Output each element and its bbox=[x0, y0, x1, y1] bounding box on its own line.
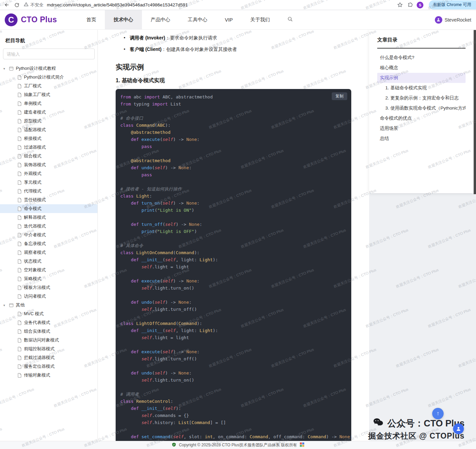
folder-icon bbox=[9, 66, 13, 71]
sidebar-item-备忘录模式[interactable]: 备忘录模式 bbox=[0, 239, 97, 248]
code-line: self.light = light bbox=[120, 334, 348, 341]
nav-item-技术中心[interactable]: 技术中心 bbox=[105, 10, 142, 30]
nav-item-关于我们[interactable]: 关于我们 bbox=[241, 10, 278, 30]
bullet-term: 调用者 (Invoker) bbox=[130, 35, 165, 40]
sidebar-item-抽象工厂模式[interactable]: 抽象工厂模式 bbox=[0, 90, 97, 99]
extensions-puzzle-icon[interactable] bbox=[407, 2, 413, 8]
back-icon[interactable] bbox=[3, 2, 10, 8]
doc-icon bbox=[18, 329, 22, 334]
nav-item-VIP[interactable]: VIP bbox=[216, 10, 241, 30]
sidebar-item-策略模式[interactable]: 策略模式 bbox=[0, 274, 97, 283]
header-search[interactable] bbox=[287, 16, 293, 23]
doc-icon bbox=[18, 347, 22, 351]
browser-address-bar: 不安全 mdrsec.com/#/ctoplus_article/54b853e… bbox=[0, 0, 476, 10]
sidebar-item-数据访问对象模式[interactable]: 数据访问对象模式 bbox=[0, 336, 97, 345]
sidebar-item-业务代表模式[interactable]: 业务代表模式 bbox=[0, 318, 97, 327]
sidebar-item-MVC 模式[interactable]: MVC 模式 bbox=[0, 309, 97, 318]
sidebar-item-迭代器模式[interactable]: 迭代器模式 bbox=[0, 222, 97, 231]
sidebar-item-传输对象模式[interactable]: 传输对象模式 bbox=[0, 371, 97, 380]
bookmark-star-icon[interactable] bbox=[396, 2, 403, 8]
sidebar-item-命令模式[interactable]: 命令模式 bbox=[0, 204, 97, 213]
scroll-to-top-button[interactable]: ↑ bbox=[432, 408, 444, 419]
sidebar-item-组合实体模式[interactable]: 组合实体模式 bbox=[0, 327, 97, 336]
toc-item[interactable]: 1. 基础命令模式实现 bbox=[377, 83, 466, 93]
doc-icon bbox=[18, 215, 22, 220]
code-line bbox=[120, 362, 348, 369]
code-line: from typing import List bbox=[120, 100, 348, 108]
sidebar-item-单例模式[interactable]: 单例模式 bbox=[0, 99, 97, 108]
sidebar-item-解释器模式[interactable]: 解释器模式 bbox=[0, 213, 97, 222]
code-line: def undo(self) -> None: bbox=[120, 369, 348, 377]
sidebar-item-label: 备忘录模式 bbox=[24, 241, 46, 247]
sidebar-item-过滤器模式[interactable]: 过滤器模式 bbox=[0, 143, 97, 152]
user-menu[interactable]: SteveRocket bbox=[435, 16, 471, 24]
nav-item-首页[interactable]: 首页 bbox=[78, 10, 105, 30]
code-line: class LightOffCommand(Command): bbox=[120, 320, 348, 327]
doc-icon bbox=[18, 277, 22, 281]
nav-item-产品中心[interactable]: 产品中心 bbox=[142, 10, 179, 30]
sidebar-item-空对象模式[interactable]: 空对象模式 bbox=[0, 266, 97, 274]
code-line: self.history: List[Command] = [] bbox=[120, 419, 348, 426]
sidebar-item-责任链模式[interactable]: 责任链模式 bbox=[0, 196, 97, 204]
nav-item-工具中心[interactable]: 工具中心 bbox=[179, 10, 216, 30]
sidebar-item-中介者模式[interactable]: 中介者模式 bbox=[0, 231, 97, 239]
sidebar: 栏目导航 ▾Python设计模式教程Python设计模式简介工厂模式抽象工厂模式… bbox=[0, 30, 98, 441]
browser-profile-avatar[interactable]: S bbox=[417, 2, 423, 8]
sidebar-item-享元模式[interactable]: 享元模式 bbox=[0, 178, 97, 187]
sidebar-item-状态模式[interactable]: 状态模式 bbox=[0, 257, 97, 266]
toc-item[interactable]: 实现示例 bbox=[377, 73, 466, 83]
sidebar-item-原型模式[interactable]: 原型模式 bbox=[0, 117, 97, 125]
sidebar-item-组合模式[interactable]: 组合模式 bbox=[0, 152, 97, 160]
code-block: 复制 from abc import ABC, abstractmethodfr… bbox=[116, 89, 351, 441]
sidebar-item-外观模式[interactable]: 外观模式 bbox=[0, 169, 97, 178]
cto-plus-logo: C bbox=[5, 13, 18, 26]
code-line bbox=[120, 270, 348, 277]
sidebar-folder-其他[interactable]: ▾其他 bbox=[0, 301, 97, 309]
url-text[interactable]: mdrsec.com/#/ctoplus_article/54b853e3945… bbox=[47, 2, 393, 7]
sidebar-item-建造者模式[interactable]: 建造者模式 bbox=[0, 108, 97, 117]
sidebar-item-Python设计模式简介[interactable]: Python设计模式简介 bbox=[0, 73, 97, 82]
code-line: def execute(self) -> None: bbox=[120, 277, 348, 285]
toc-item[interactable]: 适用场景 bbox=[377, 123, 466, 133]
toc-item[interactable]: 什么是命令模式? bbox=[377, 53, 466, 63]
sidebar-search bbox=[3, 49, 94, 59]
user-name: SteveRocket bbox=[445, 17, 471, 23]
doc-icon bbox=[18, 207, 22, 211]
code-line bbox=[120, 235, 348, 242]
sidebar-item-访问者模式[interactable]: 访问者模式 bbox=[0, 292, 97, 301]
doc-icon bbox=[18, 224, 22, 229]
code-lines: from abc import ABC, abstractmethodfrom … bbox=[120, 93, 348, 441]
sidebar-item-装饰器模式[interactable]: 装饰器模式 bbox=[0, 160, 97, 169]
toc-item[interactable]: 2. 更复杂的示例：支持宏命令和日志 bbox=[377, 93, 466, 103]
sidebar-item-前端控制器模式[interactable]: 前端控制器模式 bbox=[0, 345, 97, 353]
sidebar-folder-Python设计模式教程[interactable]: ▾Python设计模式教程 bbox=[0, 64, 97, 73]
sidebar-item-服务定位器模式[interactable]: 服务定位器模式 bbox=[0, 362, 97, 371]
toc-item[interactable]: 3. 使用函数实现命令模式（Pythonic方式） bbox=[377, 103, 466, 113]
sidebar-item-label: Python设计模式简介 bbox=[24, 74, 64, 80]
sidebar-item-label: 业务代表模式 bbox=[24, 320, 50, 326]
sidebar-item-适配器模式[interactable]: 适配器模式 bbox=[0, 125, 97, 134]
sidebar-item-桥接模式[interactable]: 桥接模式 bbox=[0, 134, 97, 143]
code-line: print("Light is OFF") bbox=[120, 228, 348, 235]
security-chip[interactable]: 不安全 bbox=[24, 2, 43, 8]
scrollbar[interactable] bbox=[474, 30, 476, 194]
toc-item[interactable]: 总结 bbox=[377, 133, 466, 144]
copy-code-button[interactable]: 复制 bbox=[332, 92, 347, 100]
sidebar-item-模板方法模式[interactable]: 模板方法模式 bbox=[0, 283, 97, 292]
brand-name: CTO Plus bbox=[21, 15, 57, 24]
brand[interactable]: C CTO Plus bbox=[0, 13, 78, 26]
toc-item[interactable]: 命令模式的优点 bbox=[377, 113, 466, 123]
code-line: def execute(self) -> None: bbox=[120, 348, 348, 355]
code-line: # 调用者 bbox=[120, 391, 348, 398]
code-line bbox=[120, 384, 348, 391]
reload-icon[interactable] bbox=[13, 2, 20, 8]
sidebar-search-input[interactable] bbox=[3, 49, 95, 59]
sidebar-item-拦截过滤器模式[interactable]: 拦截过滤器模式 bbox=[0, 353, 97, 362]
sidebar-item-label: 访问者模式 bbox=[24, 293, 46, 299]
chrome-update-button[interactable]: 有新版 Chrome 可用 bbox=[429, 0, 476, 9]
floating-contact-button[interactable] bbox=[453, 423, 464, 434]
sidebar-item-观察者模式[interactable]: 观察者模式 bbox=[0, 248, 97, 257]
sidebar-item-代理模式[interactable]: 代理模式 bbox=[0, 187, 97, 196]
toc-item[interactable]: 核心概念 bbox=[377, 63, 466, 73]
sidebar-item-工厂模式[interactable]: 工厂模式 bbox=[0, 82, 97, 90]
